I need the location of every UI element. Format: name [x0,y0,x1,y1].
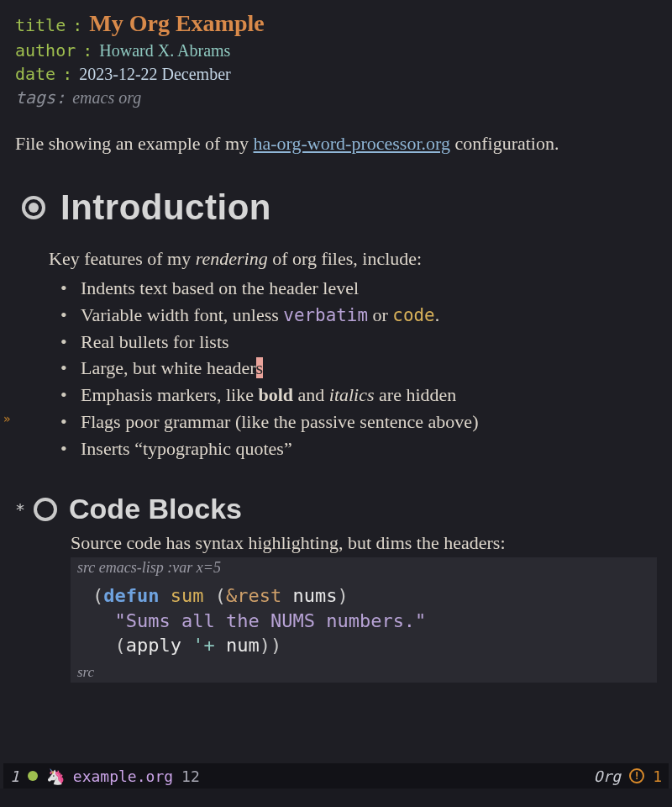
minibuffer[interactable] [0,789,672,807]
code-section-body: Source code has syntax highlighting, but… [71,532,657,683]
meta-key-author: author [15,40,76,61]
list-item: Inserts “typographic quotes” [60,435,657,462]
list-item: Flags poor grammar (like the passive sen… [60,409,657,435]
buffer[interactable]: title: My Org Example author: Howard X. … [0,0,672,763]
list-item: Emphasis markers, like bold and italics … [60,382,657,409]
org-star: * [15,499,25,520]
doc-author: Howard X. Abrams [99,41,230,61]
doc-title: My Org Example [89,10,264,37]
config-link[interactable]: ha-org-word-processor.org [254,133,450,154]
introduction-body: Key features of my rendering of org file… [49,248,657,462]
list-item: Large, but white headers [60,355,657,382]
list-item: Variable width font, unless verbatim or … [60,302,657,329]
source-code[interactable]: (defun sum (&rest nums) "Sums all the NU… [71,578,657,663]
heading-text: Code Blocks [69,493,242,525]
buffer-name[interactable]: example.org [73,767,173,785]
heading-text: Introduction [60,187,271,228]
src-vars: :var x=5 [167,559,221,576]
heading-bullet-icon [34,498,57,521]
src-desc: Source code has syntax highlighting, but… [71,532,657,554]
modeline[interactable]: 1 🦄 example.org 12 Org 1 [3,763,669,789]
doc-date: 2023-12-22 December [79,65,231,84]
src-end: src [71,663,657,683]
window-number: 1 [10,767,19,785]
doc-tags: emacs org [72,88,141,108]
code-word: code [392,305,434,325]
major-mode[interactable]: Org [594,767,622,785]
text-cursor: s [256,357,264,378]
meta-author-line: author: Howard X. Abrams [15,40,657,61]
heading-code-blocks[interactable]: * Code Blocks [15,493,657,525]
buffer-icon: 🦄 [46,767,65,785]
features-lead: Key features of my rendering of org file… [49,248,657,270]
list-item: Indents text based on the header level [60,275,657,302]
meta-tags-line: tags: emacs org [15,87,657,108]
verbatim: verbatim [283,305,368,325]
features-list: Indents text based on the header level V… [60,275,657,462]
intro-paragraph: File showing an example of my ha-org-wor… [15,131,657,157]
fringe-arrow-icon: » [3,412,10,425]
warning-icon[interactable] [629,768,644,783]
src-lang: emacs-lisp [99,559,164,576]
heading-introduction[interactable]: Introduction [22,187,657,228]
meta-date-line: date: 2023-12-22 December [15,64,657,84]
cursor-position: 12 [181,767,200,785]
list-item: Real bullets for lists [60,329,657,356]
meta-key-title: title [15,15,66,35]
meta-title-line: title: My Org Example [15,10,657,37]
meta-key-tags: tags: [15,87,66,108]
heading-bullet-icon [22,196,45,219]
warning-count: 1 [653,767,662,785]
src-begin: src emacs-lisp :var x=5 [71,557,657,578]
modified-indicator-icon [28,771,38,781]
meta-key-date: date [15,64,55,84]
